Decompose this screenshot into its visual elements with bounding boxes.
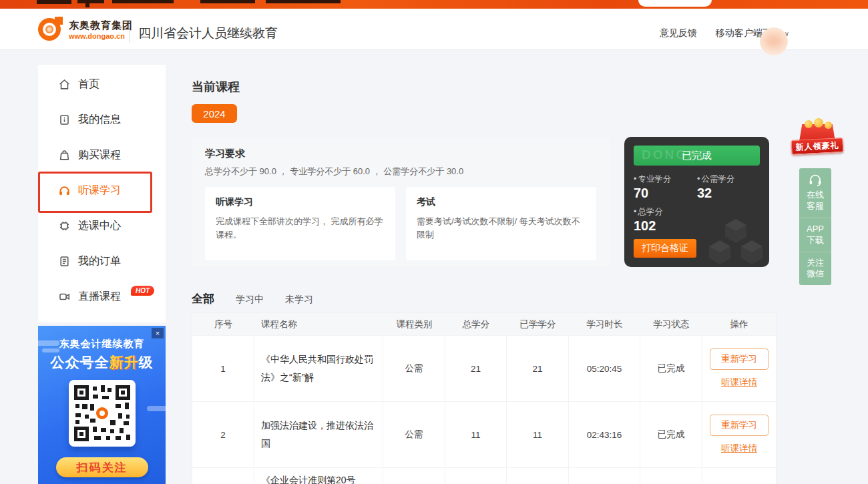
banner-fragment	[85, 0, 89, 7]
course-filter-tabs: 全部 学习中 未学习	[192, 291, 313, 306]
dongao-logo-icon	[38, 17, 63, 42]
logo[interactable]: 东奥教育集团 www.dongao.cn	[38, 17, 133, 42]
close-icon[interactable]: ×	[152, 328, 164, 338]
sidebar-item-my-info[interactable]: 我的信息	[38, 102, 166, 138]
qr-code	[69, 380, 136, 447]
page-title: 当前课程	[192, 79, 240, 95]
relearn-button[interactable]: 重新学习	[710, 348, 769, 370]
top-banner-strip	[0, 0, 868, 9]
hot-badge: HOT	[131, 286, 154, 296]
study-requirements-panel: 学习要求 总学分不少于 90.0 ， 专业学分不少于 60.0 ， 公需学分不少…	[192, 137, 610, 267]
credit-summary-panel: DONGAO 已完成 专业学分 70 公需学分 32 总学分 102 打印合格证	[624, 137, 769, 267]
stat-professional-credits: 专业学分 70	[634, 174, 697, 201]
orders-list-icon	[58, 255, 71, 268]
user-avatar[interactable]	[760, 27, 788, 55]
header-divider	[129, 25, 130, 43]
tab-learning[interactable]: 学习中	[236, 294, 264, 306]
requirements-title: 学习要求	[205, 148, 596, 160]
sidebar-item-study[interactable]: 听课学习	[38, 173, 166, 208]
app-window: 东奥教育集团 www.dongao.cn 四川省会计人员继续教育 意见反馈 移动…	[0, 0, 868, 484]
table-row: 2 加强法治建设，推进依法治国 公需 11 11 02:43:16 已完成 重新…	[192, 401, 776, 467]
listening-requirement-card: 听课学习 完成课程下全部讲次的学习， 完成所有必学课程。	[205, 187, 395, 260]
table-row: 1 《中华人民共和国行政处罚法》之“新”解 公需 21 21 05:20:45 …	[192, 335, 776, 401]
banner-cut-shape	[638, 0, 712, 7]
sidebar-item-course-center[interactable]: 选课中心	[38, 208, 166, 244]
feedback-link[interactable]: 意见反馈	[660, 27, 697, 39]
promo-subtitle: 公众号全新升级	[38, 353, 166, 372]
logo-name: 东奥教育集团	[69, 19, 133, 32]
headphones-icon	[58, 184, 71, 197]
tab-all[interactable]: 全部	[192, 291, 214, 306]
logo-url: www.dongao.cn	[69, 32, 133, 40]
video-camera-icon	[58, 290, 71, 303]
online-service-button[interactable]: 在线客服	[799, 168, 831, 218]
sidebar-item-home[interactable]: 首页	[38, 67, 166, 102]
app-download-button[interactable]: APP下载	[799, 218, 831, 252]
stat-total-credits: 总学分 102	[634, 206, 697, 234]
relearn-button[interactable]: 重新学习	[710, 415, 769, 436]
side-service-stack: 在线客服 APP下载 关注微信	[799, 168, 831, 285]
course-detail-link[interactable]: 听课详情	[721, 377, 757, 389]
sidebar-item-buy-courses[interactable]: 购买课程	[38, 138, 166, 173]
sidebar-item-my-orders[interactable]: 我的订单	[38, 244, 166, 279]
exam-requirement-card: 考试 需要考试/考试次数不限制/ 每天考试次数不限制	[406, 187, 596, 260]
shopping-bag-icon	[58, 149, 71, 162]
sidebar-item-live-courses[interactable]: 直播课程 HOT	[38, 279, 166, 314]
info-doc-icon	[58, 113, 71, 126]
requirements-text: 总学分不少于 90.0 ， 专业学分不少于 60.0 ， 公需学分不少于 30.…	[205, 166, 596, 178]
site-title: 四川省会计人员继续教育	[138, 25, 278, 42]
completed-status-button[interactable]: DONGAO 已完成	[634, 146, 760, 166]
tab-not-started[interactable]: 未学习	[285, 294, 313, 306]
course-table: 序号 课程名称 课程类别 总学分 已学学分 学习时长 学习状态 操作 1 《中华…	[192, 312, 777, 484]
course-detail-link[interactable]: 听课详情	[721, 443, 757, 455]
print-certificate-button[interactable]: 打印合格证	[634, 239, 696, 258]
scan-follow-button[interactable]: 扫码关注	[56, 457, 148, 477]
wechat-promo-banner: × 东奥会计继续教育 公众号全新升级	[38, 326, 166, 484]
year-2024-button[interactable]: 2024	[192, 104, 237, 123]
sidebar: 首页 我的信息 购买课程 听课学习 选课中心	[38, 65, 166, 322]
banner-fragment	[77, 0, 104, 3]
headset-icon	[805, 174, 825, 187]
banner-fragment	[200, 0, 255, 3]
banner-fragment	[112, 0, 174, 3]
home-icon	[58, 78, 71, 91]
banner-fragment	[266, 0, 341, 3]
table-row-partial: 《企业会计准则第20号 重新学习	[192, 467, 776, 484]
gift-badge-label: 新人领豪礼	[791, 138, 843, 155]
stat-public-credits: 公需学分 32	[697, 174, 760, 201]
chip-icon	[58, 220, 71, 232]
table-header-row: 序号 课程名称 课程类别 总学分 已学学分 学习时长 学习状态 操作	[192, 313, 776, 335]
newcomer-gift-badge[interactable]: 新人领豪礼	[791, 122, 843, 162]
banner-fragment	[37, 0, 71, 4]
follow-wechat-button[interactable]: 关注微信	[799, 252, 831, 286]
header: 东奥教育集团 www.dongao.cn 四川省会计人员继续教育 意见反馈 移动…	[0, 9, 868, 50]
dongao-watermark: DONGAO	[642, 148, 711, 162]
